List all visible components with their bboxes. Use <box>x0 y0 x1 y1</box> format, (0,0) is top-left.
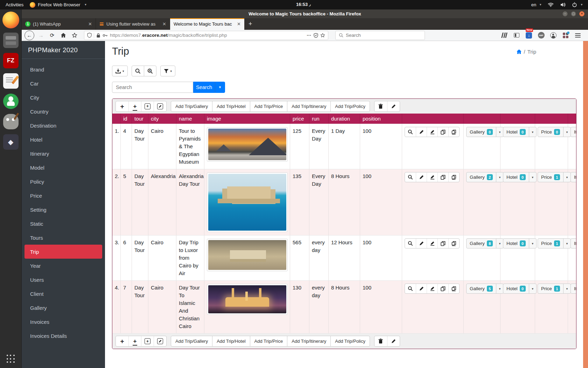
activities-button[interactable]: Activities <box>6 2 23 7</box>
trip-photo[interactable] <box>207 172 288 232</box>
sidebar-item[interactable]: Client <box>24 287 102 301</box>
grid-edit-button[interactable] <box>154 336 166 346</box>
add-trip-policy-button[interactable]: Add Trip/Policy <box>330 336 370 347</box>
itinerary-split-button[interactable]: Itinerary <box>570 238 576 248</box>
col-id[interactable]: id <box>121 114 132 124</box>
download-manager-icon[interactable]: ↓ New <box>525 32 533 39</box>
volume-icon[interactable] <box>559 1 567 9</box>
new-tab-button[interactable]: + <box>244 18 257 30</box>
grid-add-button[interactable]: + <box>141 336 154 346</box>
view-button[interactable] <box>405 284 416 293</box>
pocket-shield-icon[interactable] <box>314 33 318 38</box>
add-button[interactable]: + <box>116 336 128 346</box>
col-duration[interactable]: duration <box>329 114 360 124</box>
sidebar-item[interactable]: Gallery <box>24 301 102 315</box>
col-position[interactable]: position <box>360 114 402 124</box>
home-button[interactable] <box>59 31 68 40</box>
close-icon[interactable]: ✕ <box>88 21 93 27</box>
hotel-split-button[interactable]: Hotel0 ▾ <box>503 127 537 137</box>
sidebar-item[interactable]: Price <box>24 189 102 203</box>
copy-underline-button[interactable] <box>448 172 459 182</box>
extensions-grid-icon[interactable] <box>562 32 569 39</box>
sidebar-item[interactable]: Destination <box>24 118 102 132</box>
sidebar-item[interactable]: Trip <box>24 245 102 259</box>
grid-edit-button[interactable] <box>154 101 166 111</box>
dock-filezilla-icon[interactable]: FZ <box>3 53 19 68</box>
multi-edit-button[interactable] <box>387 336 400 346</box>
sidebar-item[interactable]: Car <box>24 76 102 90</box>
sidebar-item[interactable]: Policy <box>24 175 102 189</box>
page-scrollbar[interactable] <box>583 41 588 368</box>
sidebar-item[interactable]: Year <box>24 259 102 273</box>
dock-files-icon[interactable] <box>3 33 19 48</box>
add-trip-hotel-button[interactable]: Add Trip/Hotel <box>212 336 250 347</box>
copy-underline-button[interactable] <box>448 284 459 293</box>
dock-gem-app-icon[interactable]: ◆ <box>3 134 19 150</box>
inline-edit-button[interactable] <box>427 127 438 137</box>
itinerary-split-button[interactable]: Itinerary <box>570 172 576 182</box>
add-inline-button[interactable]: + <box>128 336 141 346</box>
dock-firefox-icon[interactable] <box>2 12 19 28</box>
sidebar-item[interactable]: Brand <box>24 62 102 76</box>
show-applications-icon[interactable] <box>7 355 15 363</box>
price-split-button[interactable]: Price0 ▾ <box>538 127 571 137</box>
clock[interactable]: 16:53 ر <box>296 2 311 7</box>
add-inline-button[interactable]: + <box>128 101 141 111</box>
url-text[interactable]: https://demos7.eracore.net/magic/backoff… <box>110 33 304 38</box>
maximize-button[interactable]: ◻ <box>571 11 576 16</box>
add-trip-itinerary-button[interactable]: Add Trip/Itinerary <box>287 101 331 112</box>
dock-gimp-icon[interactable] <box>3 114 19 129</box>
home-icon[interactable] <box>516 49 522 54</box>
language-indicator[interactable]: en ▼ <box>531 2 542 7</box>
copy-button[interactable] <box>438 239 448 248</box>
col-name[interactable]: name <box>176 114 204 124</box>
sidebar-item[interactable]: Hotel <box>24 132 102 146</box>
edit-button[interactable] <box>416 127 427 137</box>
menu-hamburger-icon[interactable] <box>574 32 582 39</box>
col-tour[interactable]: tour <box>132 114 148 124</box>
sidebar-item[interactable]: Invoices <box>24 315 102 329</box>
price-split-button[interactable]: Price1 ▾ <box>538 172 571 182</box>
close-button[interactable]: ✕ <box>579 11 584 16</box>
copy-button[interactable] <box>438 172 448 182</box>
grid-add-button[interactable]: + <box>141 101 154 111</box>
trip-photo[interactable] <box>207 127 288 162</box>
filter-button[interactable]: ▾ <box>160 66 176 76</box>
adblock-icon[interactable]: ABP <box>537 32 545 39</box>
sidebar-toggle-icon[interactable] <box>513 32 520 39</box>
inline-edit-button[interactable] <box>427 172 438 182</box>
view-button[interactable] <box>405 127 416 137</box>
tab-whatsapp[interactable]: 1 (1) WhatsApp ✕ <box>22 18 96 30</box>
sidebar-item[interactable]: Static <box>24 217 102 231</box>
copy-underline-button[interactable] <box>448 127 459 137</box>
bookmark-page-star-icon[interactable] <box>320 33 325 38</box>
add-trip-price-button[interactable]: Add Trip/Price <box>250 101 288 112</box>
search-options-caret[interactable]: ▼ <box>215 82 225 93</box>
gallery-split-button[interactable]: Gallery0 ▾ <box>466 127 504 137</box>
add-trip-hotel-button[interactable]: Add Trip/Hotel <box>212 101 250 112</box>
trip-photo[interactable] <box>207 284 288 315</box>
add-trip-gallery-button[interactable]: Add Trip/Gallery <box>171 101 212 112</box>
dock-text-editor-icon[interactable] <box>3 73 19 89</box>
back-button[interactable]: ← <box>24 30 34 40</box>
price-split-button[interactable]: Price1 ▾ <box>538 284 571 294</box>
sidebar-item[interactable]: Model <box>24 161 102 175</box>
itinerary-split-button[interactable]: Itinerary <box>570 284 576 294</box>
key-icon[interactable] <box>103 34 108 37</box>
hotel-split-button[interactable]: Hotel0 ▾ <box>503 238 537 248</box>
forward-button[interactable]: → <box>36 31 46 40</box>
wifi-icon[interactable] <box>547 1 554 9</box>
power-menu[interactable]: ▼ <box>572 2 583 7</box>
tab-magic-tours[interactable]: Welcome to Magic Tours bac ✕ <box>170 18 244 30</box>
lock-icon[interactable] <box>96 33 100 38</box>
app-menu[interactable]: Firefox Web Browser ▼ <box>30 2 87 8</box>
sidebar-item[interactable]: Tours <box>24 231 102 245</box>
sidebar-item[interactable]: Users <box>24 273 102 287</box>
sidebar-item[interactable]: Invoices Details <box>24 329 102 343</box>
close-icon[interactable]: ✕ <box>162 21 167 27</box>
shield-icon[interactable] <box>87 33 92 38</box>
reload-button[interactable]: ⟳ <box>48 31 57 40</box>
copy-underline-button[interactable] <box>448 239 459 248</box>
col-city[interactable]: city <box>148 114 176 124</box>
delete-button[interactable] <box>374 336 387 346</box>
